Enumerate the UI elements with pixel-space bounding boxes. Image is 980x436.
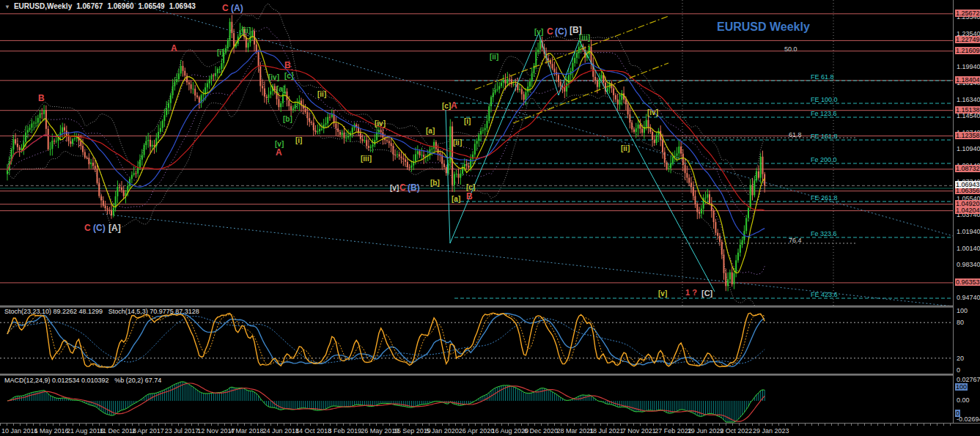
- time-axis-label: 4 Mar 2018: [230, 427, 264, 435]
- current-price-badge: 1.06943: [955, 181, 980, 188]
- fib-extension-label: FE 100.0: [811, 96, 838, 103]
- time-axis-label: 10 Jan 2016: [1, 427, 38, 435]
- macd-axis-min: -0.026949: [957, 415, 980, 423]
- macd-indicator-values: MACD(12,24,9) 0.012534 0.010392: [4, 377, 109, 384]
- elliott-wave-label: [i]: [217, 48, 224, 56]
- time-axis-label: 7 Nov 2021: [622, 427, 656, 435]
- elliott-wave-label: C: [547, 26, 553, 37]
- time-axis[interactable]: 10 Jan 20161 May 201621 Aug 201611 Dec 2…: [0, 423, 980, 436]
- elliott-wave-label: [iii]: [579, 34, 590, 42]
- fib-extension-label: Fe 123.6: [811, 110, 837, 117]
- elliott-wave-label: [ii]: [490, 53, 498, 61]
- stoch-axis-label: 20: [957, 355, 964, 362]
- stoch-pane-label: Stoch(23,23,10) 89.2262 48.1299 Stoch(14…: [4, 308, 199, 315]
- price-level-badge: 1.21609: [955, 47, 980, 54]
- stoch-indicator-2-values: Stoch(14,5,3) 70.9775 87.3128: [108, 308, 199, 315]
- time-axis-label: 6 Dec 2020: [524, 427, 558, 435]
- fib-retracement-label: 76.4: [789, 237, 802, 244]
- elliott-wave-label: A: [451, 100, 457, 111]
- elliott-wave-label: [b]: [283, 115, 292, 123]
- elliott-wave-label: [ii]: [242, 26, 251, 34]
- elliott-wave-label: (B): [408, 182, 420, 193]
- time-axis-label: 27 Feb 2022: [655, 427, 692, 435]
- ohlc-low: 1.06549: [139, 2, 165, 10]
- ohlc-high: 1.06960: [107, 2, 133, 10]
- elliott-wave-label: [i]: [464, 117, 471, 125]
- trading-chart-window: ▼EURUSD,Weekly1.067671.069601.065491.069…: [0, 0, 980, 436]
- elliott-wave-label: [ii]: [453, 138, 462, 147]
- elliott-wave-label: [ii]: [621, 144, 630, 152]
- time-axis-label: 23 Jul 2017: [165, 427, 199, 435]
- chart-title-bar: ▼EURUSD,Weekly1.067671.069601.065491.069…: [4, 2, 200, 10]
- price-level-badge: 1.04204: [955, 207, 980, 214]
- time-axis-label: 28 Mar 2021: [557, 427, 594, 435]
- elliott-wave-label: [c]: [466, 183, 475, 191]
- elliott-wave-label: B: [38, 93, 45, 103]
- time-axis-label: 19 Jun 2022: [688, 427, 724, 435]
- time-axis-label: 26 Apr 2020: [459, 427, 495, 435]
- price-level-badge: 1.22749: [955, 36, 980, 43]
- macd-pane-label: MACD(12,24,9) 0.012534 0.010392 %b (20,2…: [4, 377, 161, 384]
- time-axis-label: 2 Apr 2017: [132, 427, 164, 435]
- elliott-wave-label: (C): [555, 26, 567, 37]
- time-axis-ticks: [0, 424, 953, 426]
- elliott-wave-label: A: [276, 147, 282, 158]
- elliott-wave-label: [i]: [295, 136, 302, 144]
- elliott-wave-label: [ii]: [317, 90, 326, 98]
- elliott-wave-label: [iii]: [361, 155, 372, 163]
- elliott-wave-label: (C): [93, 223, 106, 233]
- elliott-wave-label: [c]: [442, 102, 451, 110]
- price-axis-label: 1.16340: [957, 96, 980, 103]
- time-axis-label: 24 Jun 2018: [262, 427, 299, 435]
- time-axis-label: 18 Jul 2021: [589, 427, 624, 435]
- price-axis-label: 0.94740: [957, 294, 980, 301]
- chart-canvas[interactable]: [0, 0, 980, 436]
- price-level-badge: 1.15138: [955, 106, 980, 114]
- elliott-wave-label: A: [171, 43, 177, 53]
- chevron-down-icon[interactable]: ▼: [4, 4, 10, 10]
- price-axis-label: 1.19940: [957, 63, 980, 70]
- elliott-wave-label: [v]: [534, 28, 543, 36]
- fib-extension-label: FE 161.8: [811, 133, 838, 140]
- price-level-badge: 1.12358: [955, 132, 980, 139]
- symbol-period-label: EURUSD,Weekly: [14, 2, 72, 10]
- price-axis-label: 1.00140: [957, 245, 980, 252]
- stoch-axis-label: 80: [957, 319, 964, 326]
- fib-extension-label: FE 61.8: [811, 73, 834, 81]
- elliott-wave-label: [a]: [452, 195, 460, 203]
- elliott-wave-label: [iv]: [375, 119, 386, 128]
- price-level-badge: 0.96353: [955, 278, 980, 286]
- time-axis-label: 21 Aug 2016: [67, 427, 104, 435]
- price-axis[interactable]: 1.253401.235401.199401.181401.163401.145…: [953, 0, 980, 423]
- time-axis-label: 29 Jan 2023: [753, 427, 789, 435]
- elliott-wave-label: (A): [231, 3, 243, 13]
- fib-retracement-label: 61.8: [789, 131, 802, 138]
- time-axis-label: 9 Oct 2022: [720, 427, 752, 435]
- elliott-wave-label: [iv]: [268, 73, 279, 81]
- elliott-wave-label: [a]: [426, 127, 435, 135]
- elliott-wave-label: [iv]: [647, 108, 658, 117]
- elliott-wave-label: B: [466, 191, 473, 202]
- time-axis-label: 11 Dec 2016: [100, 427, 136, 435]
- elliott-wave-label: [a]: [276, 85, 285, 93]
- fib-extension-label: Fe 323.6: [811, 230, 837, 237]
- elliott-wave-label: [v]: [390, 184, 399, 192]
- fib-extension-label: Fe 200.0: [811, 156, 837, 163]
- bands-axis-badge-100: 100: [955, 383, 968, 391]
- ohlc-open: 1.06767: [76, 2, 103, 10]
- fib-retracement-label: 50.0: [784, 45, 797, 53]
- elliott-wave-label: C: [84, 223, 91, 233]
- time-axis-label: 5 Jan 2020: [426, 427, 459, 435]
- pane-splitter-stoch-macd[interactable]: [0, 374, 980, 376]
- fib-extension-label: FE 261.8: [811, 194, 838, 202]
- price-level-badge: 1.18404: [955, 76, 980, 84]
- price-axis-label: 1.01940: [957, 228, 980, 235]
- price-axis-label: 0.98340: [957, 261, 980, 268]
- time-axis-label: 3 Feb 2019: [328, 427, 362, 435]
- fib-extension-label: FE 423.6: [811, 291, 838, 298]
- stoch-axis-label: 0: [957, 366, 960, 374]
- elliott-wave-label: [b]: [430, 179, 440, 187]
- macd-axis-max: 0.027679: [957, 376, 980, 383]
- elliott-wave-label: C: [399, 182, 406, 193]
- elliott-wave-label: B: [284, 60, 291, 70]
